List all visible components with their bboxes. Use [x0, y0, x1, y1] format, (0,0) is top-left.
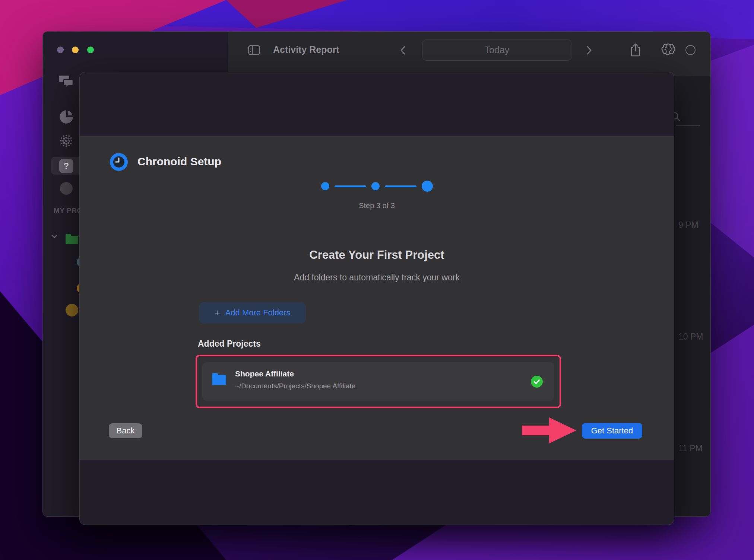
plus-icon: +: [214, 308, 220, 318]
dialog-heading: Create Your First Project: [80, 248, 674, 262]
chevron-down-icon[interactable]: [51, 233, 58, 240]
step-progress-indicator: [80, 181, 674, 192]
step-dot-3-current: [422, 181, 433, 192]
share-button[interactable]: [630, 43, 641, 57]
add-more-folders-button[interactable]: + Add More Folders: [199, 302, 306, 324]
setup-dialog: Chronoid Setup Step 3 of 3 Create Your F…: [79, 72, 674, 525]
dot-cluster-icon: [59, 133, 74, 148]
minimize-button[interactable]: [72, 47, 79, 53]
timeline-divider: [676, 125, 700, 126]
project-folder-icon[interactable]: [66, 236, 78, 244]
step-dot-2: [371, 182, 380, 190]
add-more-folders-label: Add More Folders: [225, 308, 291, 318]
project-name: Shopee Affiliate: [235, 369, 294, 378]
folder-icon: [212, 375, 226, 385]
project-color-dot[interactable]: [66, 304, 78, 316]
help-icon: ?: [59, 159, 73, 173]
dialog-subheading: Add folders to automatically track your …: [80, 273, 674, 283]
project-path: ~/Documents/Projects/Shopee Affiliate: [235, 382, 355, 390]
date-range-label: Today: [485, 45, 510, 55]
zoom-button[interactable]: [87, 47, 94, 53]
window-title: Activity Report: [273, 44, 339, 55]
dialog-title: Chronoid Setup: [137, 155, 221, 168]
added-projects-label: Added Projects: [198, 339, 261, 349]
project-list-item[interactable]: Shopee Affiliate ~/Documents/Projects/Sh…: [202, 362, 554, 401]
next-day-button[interactable]: [586, 45, 592, 55]
previous-day-button[interactable]: [400, 45, 406, 55]
record-status-button[interactable]: [685, 45, 696, 55]
chat-bubbles-icon: [58, 74, 75, 89]
pie-chart-icon: [59, 109, 74, 124]
help-glyph: ?: [64, 161, 69, 171]
share-icon: [630, 43, 641, 57]
step-label: Step 3 of 3: [80, 201, 674, 210]
date-range-control[interactable]: Today: [422, 39, 571, 61]
sidebar-item-stats[interactable]: [58, 109, 75, 125]
sidebar-item-chats[interactable]: [58, 73, 75, 90]
app-clock-icon: [110, 153, 128, 171]
close-button[interactable]: [57, 47, 64, 53]
check-icon: [531, 376, 543, 388]
timeline-hour-label: 9 PM: [678, 220, 698, 230]
back-button[interactable]: Back: [109, 423, 142, 438]
timeline-hour-label: 10 PM: [678, 332, 703, 342]
brain-icon: [660, 43, 677, 57]
sidebar-item-help[interactable]: ?: [58, 158, 75, 174]
sidebar-toggle-button[interactable]: [248, 45, 260, 55]
step-connector: [335, 185, 366, 187]
step-connector: [385, 185, 416, 187]
sidebar-item-activity[interactable]: [58, 133, 75, 149]
timeline-hour-label: 11 PM: [678, 443, 703, 454]
ai-insights-button[interactable]: [660, 43, 677, 57]
step-dot-1: [321, 182, 329, 190]
get-started-button[interactable]: Get Started: [582, 423, 642, 439]
sidebar-item-avatar[interactable]: [60, 182, 73, 195]
